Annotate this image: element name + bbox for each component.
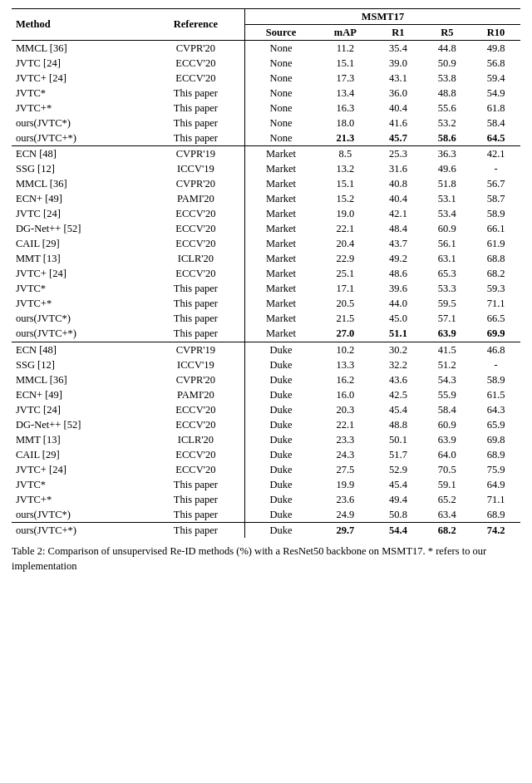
table-row: MMT [13]ICLR'20Market22.949.263.168.8 [12, 252, 520, 267]
table-row: ours(JVTC*)This paperDuke24.950.863.468.… [12, 507, 520, 523]
table-row: MMT [13]ICLR'20Duke23.350.163.969.8 [12, 432, 520, 447]
col-source: Source [244, 25, 317, 41]
table-row: JVTC [24]ECCV'20None15.139.050.956.8 [12, 56, 520, 71]
table-row: JVTC+*This paperDuke23.649.465.271.1 [12, 492, 520, 507]
table-row: CAIL [29]ECCV'20Market20.443.756.161.9 [12, 237, 520, 252]
col-r5: R5 [422, 25, 471, 41]
table-row: ours(JVTC*)This paperNone18.041.653.258.… [12, 116, 520, 130]
table-row: SSG [12]ICCV'19Market13.231.649.6- [12, 162, 520, 177]
col-r10: R10 [471, 25, 520, 41]
table-row: JVTC+*This paperMarket20.544.059.571.1 [12, 297, 520, 312]
results-table: Method Reference MSMT17 Source mAP R1 R5… [12, 8, 520, 538]
table-row: JVTC+ [24]ECCV'20None17.343.153.859.4 [12, 71, 520, 86]
table-row: ours(JVTC+*)This paperMarket27.051.163.9… [12, 327, 520, 342]
table-row: JVTC+ [24]ECCV'20Duke27.552.970.575.9 [12, 462, 520, 477]
table-row: JVTC*This paperDuke19.945.459.164.9 [12, 477, 520, 492]
table-row: DG-Net++ [52]ECCV'20Market22.148.460.966… [12, 222, 520, 237]
table-row: ECN+ [49]PAMI'20Duke16.042.555.961.5 [12, 387, 520, 402]
table-row: ours(JVTC*)This paperMarket21.545.057.16… [12, 312, 520, 327]
table-caption: Table 2: Comparison of unsupervised Re-I… [12, 544, 520, 574]
col-method: Method [12, 9, 147, 41]
table-row: ECN [48]CVPR'19Duke10.230.241.546.8 [12, 342, 520, 357]
table-row: JVTC [24]ECCV'20Market19.042.153.458.9 [12, 207, 520, 222]
table-row: ECN [48]CVPR'19Market8.525.336.342.1 [12, 146, 520, 162]
table-row: JVTC+ [24]ECCV'20Market25.148.665.368.2 [12, 267, 520, 282]
table-row: SSG [12]ICCV'19Duke13.332.251.2- [12, 357, 520, 372]
table-row: JVTC*This paperNone13.436.048.854.9 [12, 86, 520, 101]
col-reference: Reference [147, 9, 245, 41]
table-row: CAIL [29]ECCV'20Duke24.351.764.068.9 [12, 447, 520, 462]
table-row: DG-Net++ [52]ECCV'20Duke22.148.860.965.9 [12, 417, 520, 432]
table-row: JVTC*This paperMarket17.139.653.359.3 [12, 282, 520, 297]
table-row: MMCL [36]CVPR'20Duke16.243.654.358.9 [12, 372, 520, 387]
col-map: mAP [317, 25, 373, 41]
table-row: MMCL [36]CVPR'20Market15.140.851.856.7 [12, 177, 520, 192]
table-row: ours(JVTC+*)This paperNone21.345.758.664… [12, 130, 520, 146]
table-row: JVTC [24]ECCV'20Duke20.345.458.464.3 [12, 402, 520, 417]
table-row: ours(JVTC+*)This paperDuke29.754.468.274… [12, 523, 520, 539]
col-msmt17-group: MSMT17 [244, 9, 520, 25]
table-row: JVTC+*This paperNone16.340.455.661.8 [12, 101, 520, 116]
table-row: ECN+ [49]PAMI'20Market15.240.453.158.7 [12, 192, 520, 207]
col-r1: R1 [374, 25, 423, 41]
table-row: MMCL [36]CVPR'20None11.235.444.849.8 [12, 41, 520, 57]
